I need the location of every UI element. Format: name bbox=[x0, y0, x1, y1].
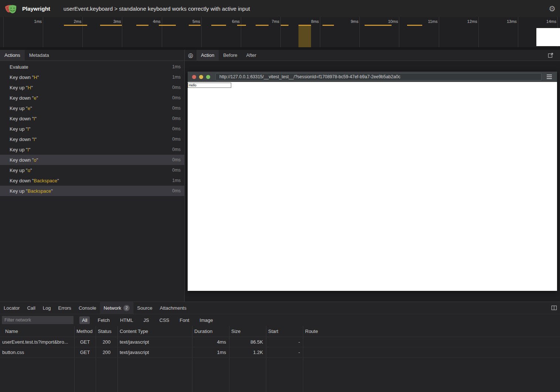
timeline-screenshot-thumbnail[interactable] bbox=[536, 28, 560, 46]
action-duration: 1ms bbox=[172, 64, 181, 69]
action-row[interactable]: Key down "l"0ms bbox=[0, 134, 184, 144]
timeline-tick-label: 12ms bbox=[451, 19, 477, 24]
action-key: e bbox=[28, 106, 30, 111]
action-duration: 1ms bbox=[172, 75, 181, 80]
layout-toggle-button[interactable] bbox=[551, 302, 557, 314]
network-filter-input[interactable] bbox=[2, 316, 74, 324]
action-prefix: Key up bbox=[10, 168, 24, 173]
tab-errors[interactable]: Errors bbox=[54, 302, 75, 314]
action-row[interactable]: Key down "Backspace"1ms bbox=[0, 175, 184, 186]
action-row[interactable]: Key up "Backspace"0ms bbox=[0, 186, 184, 196]
column-header-method[interactable]: Method bbox=[74, 326, 96, 337]
action-row[interactable]: Key up "e"0ms bbox=[0, 103, 184, 113]
timeline-gridline bbox=[162, 17, 162, 47]
action-row[interactable]: Key down "o"0ms bbox=[0, 155, 184, 165]
tab-call[interactable]: Call bbox=[23, 302, 39, 314]
timeline-action-bar[interactable] bbox=[136, 25, 148, 26]
filter-chip-js[interactable]: JS bbox=[141, 316, 151, 324]
column-header-size[interactable]: Size bbox=[229, 326, 266, 337]
tab-locator[interactable]: Locator bbox=[0, 302, 23, 314]
action-row[interactable]: Evaluate1ms bbox=[0, 62, 184, 72]
timeline-action-bar[interactable] bbox=[256, 25, 269, 26]
action-key: H bbox=[34, 75, 37, 80]
action-row[interactable]: Key up "l"0ms bbox=[0, 124, 184, 134]
tab-label: Attachments bbox=[160, 305, 186, 311]
tab-before[interactable]: Before bbox=[219, 50, 242, 61]
cell-name: button.css bbox=[0, 347, 74, 357]
timeline-tick-label: 14ms bbox=[530, 19, 556, 24]
timeline-action-bar[interactable] bbox=[159, 25, 176, 26]
timeline-action-bar[interactable] bbox=[211, 25, 226, 26]
timeline-action-bar[interactable] bbox=[365, 25, 392, 26]
network-request-row[interactable]: userEvent.test.ts?import&bro...GET200tex… bbox=[0, 337, 560, 347]
timeline-action-bar[interactable] bbox=[407, 25, 422, 26]
action-row[interactable]: Key down "e"0ms bbox=[0, 93, 184, 103]
tab-console[interactable]: Console bbox=[75, 302, 100, 314]
action-row[interactable]: Key down "H"1ms bbox=[0, 72, 184, 82]
action-row[interactable]: Key up "o"0ms bbox=[0, 165, 184, 175]
action-prefix: Key up bbox=[10, 106, 24, 111]
action-duration: 0ms bbox=[172, 168, 181, 173]
timeline-gridline bbox=[439, 17, 439, 47]
settings-gear-icon[interactable]: ⚙ bbox=[549, 5, 556, 13]
tab-attachments[interactable]: Attachments bbox=[156, 302, 190, 314]
column-header-start[interactable]: Start bbox=[266, 326, 303, 337]
tab-after[interactable]: After bbox=[242, 50, 260, 61]
action-quote: " bbox=[31, 85, 33, 90]
pick-locator-button[interactable]: ◎ bbox=[185, 50, 197, 61]
column-header-name[interactable]: Name bbox=[0, 326, 74, 337]
open-snapshot-external-button[interactable] bbox=[544, 50, 556, 61]
filter-chip-html[interactable]: HTML bbox=[117, 316, 136, 324]
actions-list: Evaluate1msKey down "H"1msKey up "H"0msK… bbox=[0, 61, 184, 302]
filter-chip-fetch[interactable]: Fetch bbox=[95, 316, 112, 324]
action-key: o bbox=[34, 157, 36, 163]
action-duration: 0ms bbox=[172, 157, 181, 162]
filter-chip-font[interactable]: Font bbox=[177, 316, 192, 324]
split-view-icon bbox=[551, 305, 557, 311]
tab-network[interactable]: Network2 bbox=[100, 302, 134, 314]
hello-text-input[interactable] bbox=[188, 83, 231, 88]
timeline-gridline bbox=[320, 17, 320, 47]
cell-size: 1.2K bbox=[229, 347, 266, 357]
action-duration: 0ms bbox=[172, 126, 181, 131]
action-quote: " bbox=[35, 116, 37, 121]
network-request-row[interactable]: button.cssGET200text/javascript1ms1.2K- bbox=[0, 347, 560, 358]
timeline-gridline bbox=[359, 17, 360, 47]
timeline-action-bar[interactable] bbox=[64, 25, 87, 26]
cell-route bbox=[303, 337, 560, 347]
filter-chip-image[interactable]: Image bbox=[197, 316, 215, 324]
timeline-action-bar[interactable] bbox=[281, 25, 288, 26]
action-key: e bbox=[34, 95, 36, 101]
tab-action[interactable]: Action bbox=[197, 50, 219, 61]
timeline-tick-label: 1ms bbox=[16, 19, 42, 24]
timeline-tick-label: 7ms bbox=[253, 19, 279, 24]
action-title: Key down "l" bbox=[10, 116, 172, 121]
traffic-light-dots bbox=[192, 75, 210, 79]
filter-chip-css[interactable]: CSS bbox=[157, 316, 172, 324]
column-header-duration[interactable]: Duration bbox=[192, 326, 229, 337]
timeline-action-bar[interactable] bbox=[189, 25, 201, 26]
action-row[interactable]: Key down "l"0ms bbox=[0, 113, 184, 124]
column-header-status[interactable]: Status bbox=[96, 326, 117, 337]
action-title: Key down "H" bbox=[10, 75, 172, 80]
timeline-gridline bbox=[43, 17, 43, 47]
action-duration: 0ms bbox=[172, 188, 181, 193]
timeline-action-bar[interactable] bbox=[100, 25, 122, 26]
timeline-action-bar[interactable] bbox=[322, 25, 334, 26]
tab-source[interactable]: Source bbox=[133, 302, 156, 314]
action-row[interactable]: Key up "l"0ms bbox=[0, 144, 184, 155]
tab-log[interactable]: Log bbox=[39, 302, 55, 314]
filter-chip-all[interactable]: All bbox=[79, 316, 90, 324]
timeline[interactable]: 1ms2ms3ms4ms5ms6ms7ms8ms9ms10ms11ms12ms1… bbox=[0, 17, 560, 47]
timeline-tick-label: 8ms bbox=[293, 19, 319, 24]
column-header-content_type[interactable]: Content Type bbox=[117, 326, 192, 337]
action-quote: " bbox=[37, 157, 38, 163]
action-title: Key down "o" bbox=[10, 157, 172, 163]
column-header-route[interactable]: Route bbox=[303, 326, 560, 337]
tab-label: Network bbox=[104, 305, 122, 311]
tab-metadata[interactable]: Metadata bbox=[25, 50, 54, 61]
timeline-selected-action-bar[interactable] bbox=[298, 25, 311, 47]
action-row[interactable]: Key up "H"0ms bbox=[0, 82, 184, 93]
tab-actions[interactable]: Actions bbox=[0, 50, 25, 61]
timeline-action-bar[interactable] bbox=[237, 25, 246, 26]
